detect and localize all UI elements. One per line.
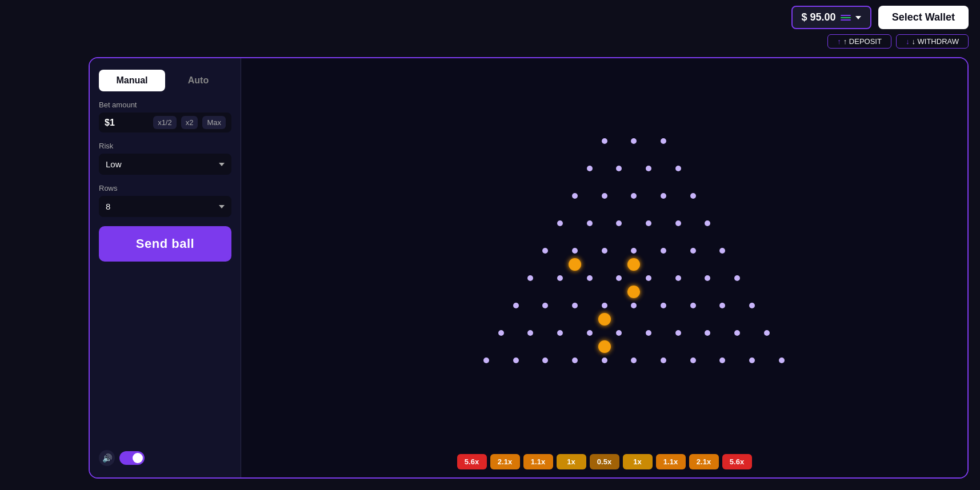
- ball-0: [569, 258, 581, 271]
- peg: [749, 358, 755, 363]
- peg: [572, 248, 578, 254]
- multiplier-badge-8: 5.6x: [722, 454, 752, 469]
- peg: [705, 275, 710, 281]
- peg: [719, 303, 725, 308]
- peg: [616, 275, 622, 281]
- header: $ 95.00 Select Wallet: [780, 0, 980, 35]
- peg: [705, 220, 710, 226]
- peg: [542, 303, 548, 308]
- peg: [631, 358, 637, 363]
- peg: [690, 248, 696, 254]
- double-button[interactable]: x2: [181, 116, 198, 129]
- peg: [779, 358, 785, 363]
- peg: [602, 358, 607, 363]
- peg: [587, 330, 593, 336]
- multiplier-badge-4: 0.5x: [590, 454, 619, 469]
- multiplier-badge-6: 1.1x: [656, 454, 686, 469]
- risk-select-wrapper: Low Medium High: [99, 154, 231, 175]
- risk-section: Risk Low Medium High: [99, 142, 231, 175]
- withdraw-button[interactable]: ↓ ↓ WITHDRAW: [896, 34, 969, 49]
- peg: [542, 248, 548, 254]
- send-ball-button[interactable]: Send ball: [99, 226, 231, 262]
- balance-button[interactable]: $ 95.00: [791, 6, 871, 29]
- peg: [646, 166, 651, 171]
- peg: [513, 358, 519, 363]
- peg: [675, 330, 681, 336]
- peg: [675, 220, 681, 226]
- main-container: Manual Auto Bet amount $1 x1/2 x2 Max Ri…: [89, 57, 969, 479]
- peg: [661, 303, 666, 308]
- peg: [587, 166, 593, 171]
- risk-label: Risk: [99, 142, 231, 150]
- peg: [616, 330, 622, 336]
- multiplier-badge-7: 2.1x: [689, 454, 719, 469]
- peg: [661, 193, 666, 199]
- peg: [646, 275, 651, 281]
- half-button[interactable]: x1/2: [153, 116, 177, 129]
- peg: [602, 138, 607, 144]
- peg: [498, 330, 504, 336]
- peg: [764, 330, 770, 336]
- peg: [572, 303, 578, 308]
- peg: [542, 358, 548, 363]
- peg: [661, 248, 666, 254]
- peg: [527, 330, 533, 336]
- rows-section: Rows 8 10 12 14 16: [99, 184, 231, 217]
- left-panel: Manual Auto Bet amount $1 x1/2 x2 Max Ri…: [90, 58, 241, 477]
- peg: [513, 303, 519, 308]
- peg: [602, 248, 607, 254]
- multiplier-badge-1: 2.1x: [490, 454, 520, 469]
- tab-manual[interactable]: Manual: [99, 70, 165, 91]
- multiplier-badge-0: 5.6x: [457, 454, 487, 469]
- peg: [661, 138, 666, 144]
- rows-select-wrapper: 8 10 12 14 16: [99, 196, 231, 217]
- risk-select[interactable]: Low Medium High: [99, 154, 231, 175]
- peg: [690, 358, 696, 363]
- peg: [749, 303, 755, 308]
- bet-amount-section: Bet amount $1 x1/2 x2 Max: [99, 101, 231, 132]
- multiplier-badge-5: 1x: [623, 454, 653, 469]
- peg: [572, 358, 578, 363]
- rows-select[interactable]: 8 10 12 14 16: [99, 196, 231, 217]
- peg: [631, 248, 637, 254]
- peg: [734, 330, 740, 336]
- peg: [661, 358, 666, 363]
- peg: [705, 330, 710, 336]
- peg: [483, 358, 489, 363]
- header-actions: ↑ ↑ DEPOSIT ↓ ↓ WITHDRAW: [827, 34, 969, 49]
- max-button[interactable]: Max: [202, 116, 226, 129]
- peg: [602, 193, 607, 199]
- arrow-up-icon: ↑: [837, 37, 841, 46]
- peg: [646, 330, 651, 336]
- tab-auto[interactable]: Auto: [165, 70, 231, 91]
- toggle-row: 🔊: [99, 450, 231, 466]
- peg: [631, 193, 637, 199]
- sound-toggle[interactable]: [119, 451, 145, 465]
- peg: [631, 138, 637, 144]
- peg: [557, 220, 563, 226]
- ball-4: [598, 340, 611, 353]
- peg: [734, 275, 740, 281]
- bet-amount-label: Bet amount: [99, 101, 231, 109]
- ball-2: [627, 286, 640, 298]
- balance-value: $ 95.00: [802, 11, 836, 23]
- peg: [527, 275, 533, 281]
- peg: [572, 193, 578, 199]
- bet-input-row: $1 x1/2 x2 Max: [99, 113, 231, 132]
- peg: [719, 358, 725, 363]
- peg: [587, 220, 593, 226]
- peg: [616, 166, 622, 171]
- arrow-down-icon: ↓: [906, 37, 910, 46]
- tab-group: Manual Auto: [99, 70, 231, 91]
- ball-3: [598, 313, 611, 326]
- deposit-button[interactable]: ↑ ↑ DEPOSIT: [827, 34, 891, 49]
- peg: [602, 303, 607, 308]
- game-board: 5.6x2.1x1.1x1x0.5x1x1.1x2.1x5.6x: [241, 58, 967, 477]
- multiplier-row: 5.6x2.1x1.1x1x0.5x1x1.1x2.1x5.6x: [241, 454, 967, 469]
- multiplier-badge-2: 1.1x: [523, 454, 553, 469]
- peg: [675, 166, 681, 171]
- peg: [719, 248, 725, 254]
- select-wallet-button[interactable]: Select Wallet: [878, 6, 969, 29]
- peg: [557, 275, 563, 281]
- peg: [690, 303, 696, 308]
